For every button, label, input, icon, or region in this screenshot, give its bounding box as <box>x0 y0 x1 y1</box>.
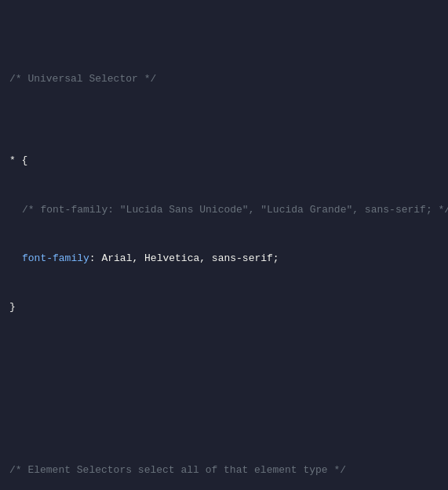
prop-font-family-commented: /* font-family: "Lucida Sans Unicode", "… <box>9 202 439 219</box>
comment-element: /* Element Selectors select all of that … <box>9 463 439 479</box>
comment-universal: /* Universal Selector */ <box>9 71 439 88</box>
brace-close-universal: } <box>9 299 439 316</box>
prop-font-family: font-family: Arial, Helvetica, sans-seri… <box>9 251 439 267</box>
selector-universal: * { <box>9 153 439 169</box>
code-editor: /* Universal Selector */ * { /* font-fam… <box>9 6 439 490</box>
